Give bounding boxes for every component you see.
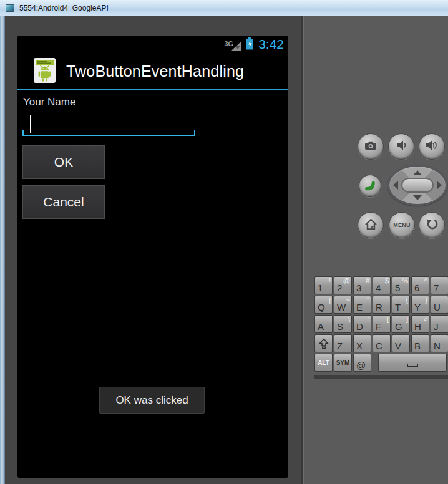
camera-icon xyxy=(364,140,377,153)
menu-button[interactable]: MENU xyxy=(389,212,415,238)
key-6[interactable]: 6^ xyxy=(411,276,429,294)
key-7[interactable]: 7 xyxy=(431,276,448,294)
call-button[interactable] xyxy=(359,175,381,197)
key-main-label: G xyxy=(395,322,402,331)
key-f[interactable]: F[ xyxy=(373,315,391,333)
key-s[interactable]: S\ xyxy=(334,315,352,333)
key-j[interactable]: J xyxy=(431,315,448,333)
back-button[interactable] xyxy=(419,212,445,238)
key-x[interactable]: X xyxy=(353,334,371,352)
key-shift-label: { xyxy=(406,297,408,304)
key-main-label: R xyxy=(376,302,382,312)
key-z[interactable]: Z xyxy=(334,334,352,352)
window-left-border xyxy=(0,16,5,484)
dpad-down-arrow[interactable] xyxy=(413,195,422,200)
back-icon xyxy=(426,218,439,233)
key-main-label: T xyxy=(395,302,401,312)
dpad-right-arrow[interactable] xyxy=(437,181,442,190)
camera-button[interactable] xyxy=(358,133,384,160)
keyboard-row: ZXCVBN xyxy=(314,334,448,352)
key-main-label: SYM xyxy=(336,360,350,366)
key-main-label: 3 xyxy=(356,283,361,293)
home-button[interactable] xyxy=(358,212,384,238)
dpad-up-arrow[interactable] xyxy=(413,170,422,175)
key-b[interactable]: B xyxy=(411,334,429,352)
volume-down-button[interactable] xyxy=(388,133,414,160)
home-icon xyxy=(364,218,378,233)
key-t[interactable]: T{ xyxy=(392,296,410,314)
key-5[interactable]: 5% xyxy=(392,276,410,294)
key-shift-label: $ xyxy=(385,278,389,284)
emulator-window: 5554:Android4_GoogleAPI 3G 3:42 xyxy=(0,0,448,484)
status-clock: 3:42 xyxy=(258,37,284,52)
key-space[interactable] xyxy=(378,354,447,372)
key-g[interactable]: G] xyxy=(392,315,410,333)
android-app-icon xyxy=(33,57,56,86)
key-r[interactable]: R` xyxy=(373,296,391,314)
key-3[interactable]: 3# xyxy=(353,276,371,294)
dpad-center-button[interactable] xyxy=(401,178,434,193)
device-screen: 3G 3:42 xyxy=(17,36,288,478)
key-d[interactable]: D' xyxy=(353,315,371,333)
ok-button[interactable]: OK xyxy=(22,145,105,179)
key-w[interactable]: W~ xyxy=(334,296,352,314)
key-shift[interactable] xyxy=(314,334,333,352)
key-main-label: W xyxy=(337,302,346,312)
key-main-label: J xyxy=(434,322,439,331)
key-main-label: S xyxy=(337,322,343,331)
key-main-label: Y xyxy=(414,302,421,312)
key-1[interactable]: 1! xyxy=(314,276,333,294)
window-titlebar[interactable]: 5554:Android4_GoogleAPI xyxy=(0,0,448,16)
key-c[interactable]: C xyxy=(373,334,391,352)
key-main-label: B xyxy=(414,341,421,351)
key-y[interactable]: Y} xyxy=(411,296,429,314)
your-name-label: Your Name xyxy=(23,96,75,109)
key-e[interactable]: E" xyxy=(353,296,371,314)
key-shift-label: ~ xyxy=(346,297,350,304)
key-main-label: E xyxy=(356,302,363,312)
menu-button-label: MENU xyxy=(393,222,410,228)
key-v[interactable]: V xyxy=(392,334,410,352)
key-main-label: Q xyxy=(318,302,325,312)
key-u[interactable]: U xyxy=(431,296,448,314)
volume-up-button[interactable] xyxy=(419,133,445,160)
key-@[interactable]: @ xyxy=(353,354,371,372)
key-h[interactable]: H< xyxy=(411,315,429,333)
key-a[interactable]: A xyxy=(314,315,333,333)
key-main-label: N xyxy=(434,341,441,351)
keyboard-row: Q|W~E"R`T{Y}U xyxy=(314,296,448,314)
keyboard-row: AS\D'F[G]H<J xyxy=(314,315,448,333)
key-q[interactable]: Q| xyxy=(314,296,333,314)
key-main-label: Z xyxy=(337,341,343,351)
your-name-input[interactable] xyxy=(22,112,195,136)
window-title: 5554:Android4_GoogleAPI xyxy=(19,4,109,12)
key-shift-label: @ xyxy=(343,278,350,284)
key-sym[interactable]: SYM xyxy=(334,354,352,372)
dpad xyxy=(387,165,447,206)
key-main-label: C xyxy=(376,341,382,351)
keyboard-bottom-edge xyxy=(314,375,448,379)
battery-charging-icon xyxy=(246,37,254,52)
key-shift-label: \ xyxy=(348,316,350,323)
key-main-label: 6 xyxy=(414,283,419,293)
key-n[interactable]: N xyxy=(431,334,448,352)
volume-down-icon xyxy=(396,140,407,153)
key-main-label: ALT xyxy=(318,360,329,366)
controls-panel: MENU 1!2@3#4$5%6^7Q|W~E"R`T{Y}UAS\D'F[G]… xyxy=(303,16,448,484)
key-main-label: 4 xyxy=(376,283,381,293)
dpad-left-arrow[interactable] xyxy=(393,181,398,190)
key-main-label: A xyxy=(318,322,324,331)
key-shift-label: ' xyxy=(368,316,369,323)
device-panel: 3G 3:42 xyxy=(5,16,301,484)
keyboard: 1!2@3#4$5%6^7Q|W~E"R`T{Y}UAS\D'F[G]H<JZX… xyxy=(314,276,448,373)
key-alt[interactable]: ALT xyxy=(314,354,333,372)
key-main-label: F xyxy=(376,322,381,331)
key-main-label: 1 xyxy=(318,283,323,293)
cancel-button[interactable]: Cancel xyxy=(22,185,105,219)
key-2[interactable]: 2@ xyxy=(334,276,352,294)
call-icon xyxy=(363,177,377,195)
app-title: TwoButtonEventHandling xyxy=(66,62,244,80)
key-main-label: 7 xyxy=(434,283,439,293)
key-4[interactable]: 4$ xyxy=(373,276,391,294)
keyboard-row: ALTSYM@ xyxy=(314,354,448,372)
